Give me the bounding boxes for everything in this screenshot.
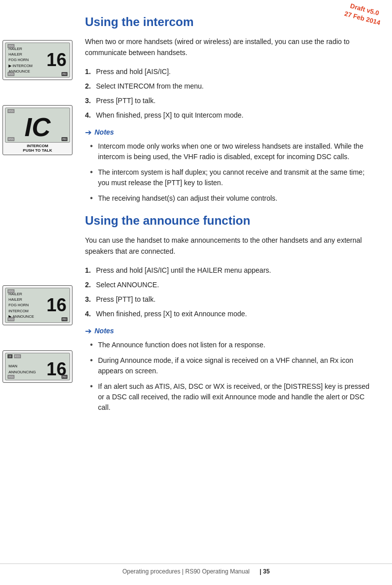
device-icons-bottom-2: RSS PRI: [8, 137, 68, 141]
section1-steps: 1. Press and hold [AIS/IC]. 2. Select IN…: [85, 67, 372, 121]
section2-notes-arrow: ➔ Notes: [85, 326, 372, 336]
device-label-intercom: INTERCOMPUSH TO TALK: [5, 144, 70, 153]
device-screen-2: RSS IC RSS PRI: [5, 108, 70, 143]
device-channel-1: 16: [46, 51, 66, 69]
device-menu-3: HAILER HAILER FOG HORN INTERCOM ▶ANNOUNC…: [8, 291, 34, 319]
section2-bullets: • The Announce function does not listen …: [85, 340, 372, 413]
device-icons-bottom-1: RSS PRI: [8, 72, 68, 76]
footer: Operating procedures | RS90 Operating Ma…: [0, 563, 392, 575]
step-1-4: 4. When finished, press [X] to quit Inte…: [85, 110, 372, 121]
device-box-3: RSS HAILER HAILER FOG HORN INTERCOM ▶ANN…: [2, 285, 72, 325]
device-menu-4: MAN ANNOUNCING: [8, 363, 36, 375]
section2-steps: 1. Press and hold [AIS/IC] until the HAI…: [85, 265, 372, 319]
bullet-dot-4: •: [90, 340, 98, 349]
bullet-dot-5: •: [90, 355, 98, 365]
device-icons-top-2: RSS: [8, 109, 14, 113]
step-2-2: 2. Select ANNOUNCE.: [85, 280, 372, 290]
device-channel-3: 16: [46, 296, 66, 314]
device-screen-4: 16 RSS MAN ANNOUNCING 16 RSS PRI: [5, 353, 70, 380]
device-screen-3: RSS HAILER HAILER FOG HORN INTERCOM ▶ANN…: [5, 288, 70, 323]
rss-icon-1: RSS: [8, 44, 14, 48]
section1-bullets: • Intercom mode only works when one or t…: [85, 141, 372, 204]
step-2-1: 1. Press and hold [AIS/IC] until the HAI…: [85, 265, 372, 276]
device-menu-1: HAILER HAILER FOG HORN ▶INTERCOM ANNOUNC…: [8, 46, 32, 74]
section1-notes-label: Notes: [94, 128, 114, 136]
section2-intro: You can use the handset to make announce…: [85, 235, 372, 257]
bullet-2-3: • If an alert such as ATIS, AIS, DSC or …: [90, 381, 372, 413]
bullet-1-2: • The intercom system is half duplex; yo…: [90, 167, 372, 188]
step-1-1: 1. Press and hold [AIS/IC].: [85, 67, 372, 77]
bullet-dot-2: •: [90, 167, 98, 177]
arrow-icon-1: ➔: [85, 128, 92, 137]
section1-intro: When two or more handsets (wired or wire…: [85, 36, 372, 59]
bullet-2-2: • During Announce mode, if a voice signa…: [90, 355, 372, 376]
bullet-2-1: • The Announce function does not listen …: [90, 340, 372, 350]
arrow-icon-2: ➔: [85, 326, 92, 336]
bullet-dot-1: •: [90, 141, 98, 151]
device-screen-1: RSS HAILER HAILER FOG HORN ▶INTERCOM ANN…: [5, 43, 70, 78]
device-box-4: 16 RSS MAN ANNOUNCING 16 RSS PRI: [2, 350, 72, 383]
device-box-1: RSS HAILER HAILER FOG HORN ▶INTERCOM ANN…: [2, 40, 72, 80]
section2-title: Using the announce function: [85, 214, 372, 228]
bullet-1-1: • Intercom mode only works when one or t…: [90, 141, 372, 162]
section1-notes-arrow: ➔ Notes: [85, 128, 372, 137]
step-1-3: 3. Press [PTT] to talk.: [85, 96, 372, 106]
device-icons-top-4: 16 RSS: [8, 354, 21, 358]
device-icons-top-3: RSS: [8, 289, 14, 293]
section1-title: Using the intercom: [85, 15, 372, 29]
device-box-2: RSS IC RSS PRI INTERCOMPUSH TO TALK: [2, 105, 72, 155]
section2-notes-label: Notes: [94, 327, 114, 335]
bullet-dot-3: •: [90, 193, 98, 203]
page-container: Draft v5.0 27 Feb 2014 RSS HAILER HAILER…: [0, 0, 392, 585]
footer-page: | 35: [260, 568, 270, 575]
footer-text: Operating procedures | RS90 Operating Ma…: [122, 568, 250, 575]
device-icons-bottom-3: RSS PRI: [8, 317, 68, 321]
device-icons-bottom-4: RSS PRI: [8, 375, 68, 379]
step-2-4: 4. When finished, press [X] to exit Anno…: [85, 309, 372, 319]
bullet-1-3: • The receiving handset(s) can adjust th…: [90, 193, 372, 204]
device-icons-top-1: RSS: [8, 44, 14, 48]
main-content: Using the intercom When two or more hand…: [85, 15, 372, 413]
step-1-2: 2. Select INTERCOM from the menu.: [85, 81, 372, 92]
step-2-3: 3. Press [PTT] to talk.: [85, 294, 372, 305]
bullet-dot-6: •: [90, 381, 98, 391]
